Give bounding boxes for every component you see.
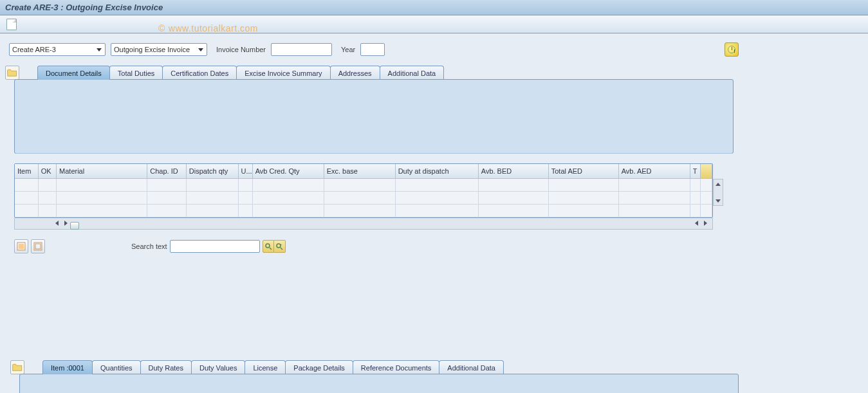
col-total-aed[interactable]: Total AED (548, 164, 618, 178)
col-unit[interactable]: U... (238, 164, 252, 178)
scroll-down-icon[interactable] (714, 196, 723, 205)
filter-bar: Create ARE-3 Outgoing Excise Invoice Inv… (0, 33, 868, 60)
scroll-right-icon[interactable] (61, 221, 70, 226)
grid-vertical-scrollbar[interactable] (713, 179, 723, 206)
title-bar: Create ARE-3 : Outgoing Excise Invoice (0, 0, 868, 15)
tab-addresses[interactable]: Addresses (330, 66, 380, 80)
tab-package-details[interactable]: Package Details (285, 360, 353, 374)
action-select[interactable]: Create ARE-3 (9, 43, 106, 56)
tab-duty-values[interactable]: Duty Values (191, 360, 246, 374)
year-label: Year (341, 46, 355, 53)
col-avb-bed[interactable]: Avb. BED (478, 164, 548, 178)
select-all-icon[interactable] (14, 239, 28, 253)
tab-reference-documents[interactable]: Reference Documents (353, 360, 439, 374)
scroll-right-end-icon[interactable] (701, 221, 710, 226)
item-grid: Item OK Material Chap. ID Dispatch qty U… (14, 163, 713, 218)
tab-certification-dates[interactable]: Certification Dates (162, 66, 237, 80)
folder-icon (12, 363, 23, 372)
tab-license[interactable]: License (245, 360, 286, 374)
svg-point-4 (266, 244, 270, 248)
item-panel (19, 374, 739, 393)
item-section: Item :0001 Quantities Duty Rates Duty Va… (10, 360, 858, 393)
svg-line-5 (270, 248, 272, 250)
expand-item-icon[interactable] (10, 360, 24, 374)
svg-line-7 (281, 248, 282, 250)
tab-quantities[interactable]: Quantities (92, 360, 141, 374)
table-row[interactable] (15, 178, 712, 191)
expand-header-icon[interactable] (5, 66, 19, 80)
new-document-icon[interactable] (6, 19, 17, 30)
scroll-left-icon[interactable] (52, 221, 61, 226)
tab-item-0001[interactable]: Item :0001 (42, 360, 93, 374)
svg-rect-1 (19, 244, 24, 249)
grid-config-icon[interactable] (700, 164, 712, 178)
invoice-number-input[interactable] (271, 43, 332, 56)
year-input[interactable] (360, 43, 385, 56)
table-row[interactable] (15, 191, 712, 204)
col-item[interactable]: Item (15, 164, 38, 178)
tab-total-duties[interactable]: Total Duties (109, 66, 163, 80)
folder-icon (7, 68, 17, 77)
col-ok[interactable]: OK (38, 164, 56, 178)
find-next-icon[interactable]: + (274, 240, 286, 253)
action-select-value: Create ARE-3 (12, 46, 56, 53)
page-title: Create ARE-3 : Outgoing Excise Invoice (5, 3, 163, 12)
col-avb-aed[interactable]: Avb. AED (618, 164, 690, 178)
search-text-input[interactable] (170, 240, 260, 253)
grid-header-row: Item OK Material Chap. ID Dispatch qty U… (15, 164, 712, 178)
tab-document-details[interactable]: Document Details (37, 66, 110, 80)
header-section: Document Details Total Duties Certificat… (5, 66, 863, 156)
doc-type-select-value: Outgoing Excise Invoice (114, 46, 190, 53)
doc-type-select[interactable]: Outgoing Excise Invoice (111, 43, 207, 56)
scroll-up-icon[interactable] (714, 179, 723, 188)
col-duty-at-dispatch[interactable]: Duty at dispatch (395, 164, 478, 178)
invoice-number-label: Invoice Number (216, 46, 266, 53)
tab-additional-data-header[interactable]: Additional Data (380, 66, 445, 80)
grid-toolbar: Search text + (14, 239, 286, 253)
col-t[interactable]: T (690, 164, 700, 178)
col-dispatch-qty[interactable]: Dispatch qty (186, 164, 238, 178)
tab-excise-invoice-summary[interactable]: Excise Invoice Summary (236, 66, 330, 80)
table-row[interactable] (15, 204, 712, 217)
header-tabs: Document Details Total Duties Certificat… (28, 66, 443, 80)
col-chap-id[interactable]: Chap. ID (147, 164, 187, 178)
app-toolbar (0, 15, 868, 33)
grid-horizontal-scrollbar[interactable] (14, 218, 713, 230)
tab-additional-data-item[interactable]: Additional Data (439, 360, 504, 374)
scroll-left-end-icon[interactable] (692, 221, 701, 226)
col-avb-cred-qty[interactable]: Avb Cred. Qty (252, 164, 324, 178)
item-grid-wrap: Item OK Material Chap. ID Dispatch qty U… (14, 163, 713, 230)
execute-clock-icon[interactable] (725, 42, 739, 57)
header-panel (14, 79, 734, 154)
search-text-label: Search text (131, 242, 167, 250)
tab-duty-rates[interactable]: Duty Rates (140, 360, 192, 374)
find-icon[interactable] (263, 240, 274, 253)
deselect-all-icon[interactable] (31, 239, 45, 253)
svg-text:+: + (280, 242, 282, 246)
svg-rect-3 (35, 244, 41, 249)
col-material[interactable]: Material (57, 164, 147, 178)
item-tabs: Item :0001 Quantities Duty Rates Duty Va… (33, 360, 503, 374)
col-exc-base[interactable]: Exc. base (324, 164, 395, 178)
